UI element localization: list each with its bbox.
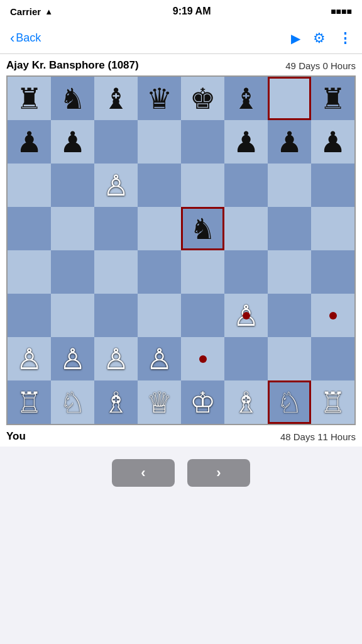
chess-board[interactable]: ♜♞♝♛♚♝♜♟♟♟♟♟♙♞♙♙♙♙♙♖♘♗♕♔♗♘♖ bbox=[6, 75, 356, 425]
cell-5-5[interactable]: ♙ bbox=[224, 294, 268, 337]
send-icon[interactable]: ▶ bbox=[291, 31, 300, 46]
opponent-name: Ajay Kr. Bansphore (1087) bbox=[6, 59, 139, 72]
cell-0-4[interactable]: ♚ bbox=[181, 77, 224, 120]
cell-0-3[interactable]: ♛ bbox=[138, 77, 181, 120]
cell-4-1[interactable] bbox=[51, 250, 94, 294]
cell-3-3[interactable] bbox=[138, 207, 181, 250]
cell-7-5[interactable]: ♗ bbox=[224, 380, 268, 424]
cell-0-2[interactable]: ♝ bbox=[94, 77, 138, 120]
back-label: Back bbox=[16, 31, 41, 45]
cell-6-2[interactable]: ♙ bbox=[94, 337, 138, 380]
carrier-label: Carrier bbox=[10, 6, 41, 17]
cell-7-7[interactable]: ♖ bbox=[311, 380, 354, 424]
cell-3-7[interactable] bbox=[311, 207, 354, 250]
next-icon: › bbox=[216, 465, 221, 481]
cell-6-6[interactable] bbox=[268, 337, 311, 380]
cell-1-1[interactable]: ♟ bbox=[51, 120, 94, 164]
cell-5-2[interactable] bbox=[94, 294, 138, 337]
cell-4-7[interactable] bbox=[311, 250, 354, 294]
cell-3-1[interactable] bbox=[51, 207, 94, 250]
cell-1-5[interactable]: ♟ bbox=[224, 120, 268, 164]
dot-6-4 bbox=[199, 355, 207, 363]
opponent-time: 49 Days 0 Hours bbox=[285, 60, 356, 71]
chevron-left-icon: ‹ bbox=[10, 30, 14, 47]
board-container: ♜♞♝♛♚♝♜♟♟♟♟♟♙♞♙♙♙♙♙♖♘♗♕♔♗♘♖ bbox=[0, 75, 362, 425]
cell-7-1[interactable]: ♘ bbox=[51, 380, 94, 424]
cell-0-1[interactable]: ♞ bbox=[51, 77, 94, 120]
cell-2-2[interactable]: ♙ bbox=[94, 164, 138, 207]
cell-1-4[interactable] bbox=[181, 120, 224, 164]
cell-6-0[interactable]: ♙ bbox=[8, 337, 51, 380]
cell-6-4[interactable] bbox=[181, 337, 224, 380]
settings-icon[interactable]: ⚙ bbox=[313, 30, 326, 47]
opponent-info: Ajay Kr. Bansphore (1087) 49 Days 0 Hour… bbox=[0, 54, 362, 75]
nav-buttons: ‹ › bbox=[0, 447, 362, 506]
battery-icon: ■■■■ bbox=[331, 6, 352, 16]
back-button[interactable]: ‹ Back bbox=[10, 30, 41, 47]
cell-0-7[interactable]: ♜ bbox=[311, 77, 354, 120]
cell-3-4[interactable]: ♞ bbox=[181, 207, 224, 250]
cell-5-0[interactable] bbox=[8, 294, 51, 337]
cell-1-0[interactable]: ♟ bbox=[8, 120, 51, 164]
cell-3-5[interactable] bbox=[224, 207, 268, 250]
cell-6-3[interactable]: ♙ bbox=[138, 337, 181, 380]
cell-4-6[interactable] bbox=[268, 250, 311, 294]
cell-1-7[interactable]: ♟ bbox=[311, 120, 354, 164]
cell-3-6[interactable] bbox=[268, 207, 311, 250]
cell-3-0[interactable] bbox=[8, 207, 51, 250]
your-time: 48 Days 11 Hours bbox=[280, 431, 356, 442]
cell-3-2[interactable] bbox=[94, 207, 138, 250]
next-button[interactable]: › bbox=[187, 459, 250, 487]
status-time: 9:19 AM bbox=[173, 6, 211, 17]
cell-1-2[interactable] bbox=[94, 120, 138, 164]
cell-2-4[interactable] bbox=[181, 164, 224, 207]
cell-4-5[interactable] bbox=[224, 250, 268, 294]
cell-2-5[interactable] bbox=[224, 164, 268, 207]
cell-6-1[interactable]: ♙ bbox=[51, 337, 94, 380]
cell-5-1[interactable] bbox=[51, 294, 94, 337]
nav-actions: ▶ ⚙ ⋮ bbox=[291, 30, 352, 47]
your-name: You bbox=[6, 430, 26, 443]
more-icon[interactable]: ⋮ bbox=[338, 30, 352, 47]
cell-2-7[interactable] bbox=[311, 164, 354, 207]
cell-4-4[interactable] bbox=[181, 250, 224, 294]
cell-0-0[interactable]: ♜ bbox=[8, 77, 51, 120]
cell-2-6[interactable] bbox=[268, 164, 311, 207]
cell-6-5[interactable] bbox=[224, 337, 268, 380]
cell-7-3[interactable]: ♕ bbox=[138, 380, 181, 424]
cell-5-7[interactable] bbox=[311, 294, 354, 337]
cell-5-3[interactable] bbox=[138, 294, 181, 337]
cell-0-5[interactable]: ♝ bbox=[224, 77, 268, 120]
nav-bar: ‹ Back ▶ ⚙ ⋮ bbox=[0, 23, 362, 54]
cell-4-2[interactable] bbox=[94, 250, 138, 294]
cell-5-6[interactable] bbox=[268, 294, 311, 337]
cell-5-4[interactable] bbox=[181, 294, 224, 337]
cell-2-3[interactable] bbox=[138, 164, 181, 207]
cell-4-0[interactable] bbox=[8, 250, 51, 294]
cell-0-6[interactable] bbox=[268, 77, 311, 120]
prev-icon: ‹ bbox=[141, 465, 145, 481]
dot-5-5 bbox=[243, 312, 250, 319]
wifi-icon: ▲ bbox=[45, 7, 53, 16]
cell-7-6[interactable]: ♘ bbox=[268, 380, 311, 424]
cell-7-2[interactable]: ♗ bbox=[94, 380, 138, 424]
cell-4-3[interactable] bbox=[138, 250, 181, 294]
status-bar: Carrier ▲ 9:19 AM ■■■■ bbox=[0, 0, 362, 23]
cell-6-7[interactable] bbox=[311, 337, 354, 380]
your-info: You 48 Days 11 Hours bbox=[0, 425, 362, 447]
dot-5-7 bbox=[329, 312, 337, 319]
cell-7-0[interactable]: ♖ bbox=[8, 380, 51, 424]
prev-button[interactable]: ‹ bbox=[112, 459, 175, 487]
cell-1-6[interactable]: ♟ bbox=[268, 120, 311, 164]
cell-2-0[interactable] bbox=[8, 164, 51, 207]
cell-2-1[interactable] bbox=[51, 164, 94, 207]
cell-7-4[interactable]: ♔ bbox=[181, 380, 224, 424]
cell-1-3[interactable] bbox=[138, 120, 181, 164]
